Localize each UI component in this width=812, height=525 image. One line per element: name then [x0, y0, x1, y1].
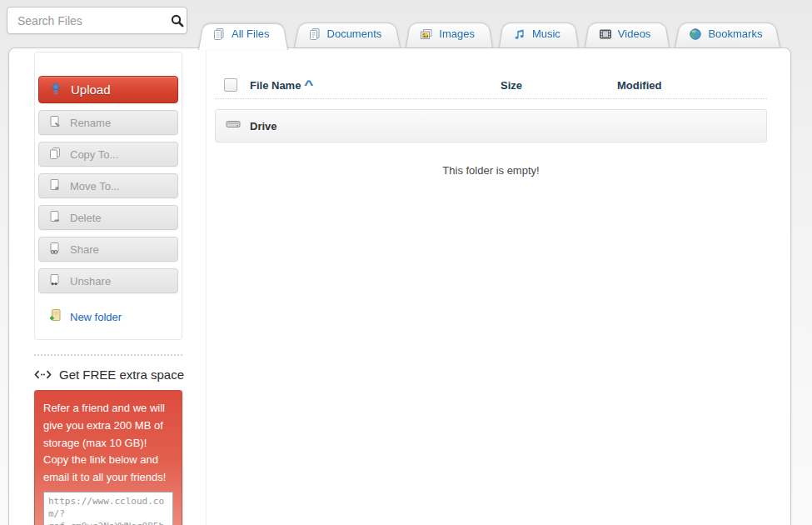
button-label: Move To...: [70, 180, 120, 192]
file-list-header: File Name ^ Size Modified: [215, 74, 790, 96]
tab-label: Documents: [327, 28, 382, 40]
promo-heading: Get FREE extra space: [34, 368, 184, 382]
actions-box: Upload Rename Copy To...: [34, 52, 182, 340]
tab-music[interactable]: Music: [499, 20, 579, 48]
button-label: Share: [70, 243, 99, 256]
upload-button[interactable]: Upload: [38, 76, 178, 103]
tab-bar: All Files Documents Images Music: [198, 20, 786, 48]
delete-button[interactable]: Delete: [38, 205, 178, 230]
documents-icon: [308, 28, 321, 41]
tab-label: Music: [532, 28, 560, 40]
main-panel: Upload Rename Copy To...: [8, 48, 791, 525]
globe-icon: [689, 28, 702, 41]
copy-icon: [48, 147, 62, 162]
column-label: File Name: [250, 79, 301, 92]
copy-to-button[interactable]: Copy To...: [38, 142, 178, 167]
sidebar-divider: [34, 354, 182, 356]
search-icon[interactable]: [170, 13, 185, 28]
header-divider: [215, 98, 767, 99]
promo-text-1: Refer a friend and we will give you extr…: [43, 400, 173, 452]
expand-arrows-icon: [34, 368, 52, 382]
share-button[interactable]: Share: [38, 237, 178, 262]
tab-videos[interactable]: Videos: [585, 20, 670, 48]
button-label: Unshare: [70, 275, 111, 288]
videos-icon: [599, 28, 612, 41]
tab-label: Videos: [618, 28, 651, 40]
breadcrumb-drive[interactable]: Drive: [215, 109, 767, 142]
promo-text-2: Copy the link below and email it to all …: [43, 452, 173, 487]
unshare-button[interactable]: Unshare: [38, 268, 178, 293]
tab-label: Bookmarks: [708, 28, 762, 40]
sidebar: Upload Rename Copy To...: [9, 48, 207, 525]
move-icon: [48, 178, 62, 194]
rename-button[interactable]: Rename: [38, 110, 178, 135]
upload-arrow-icon: [49, 82, 62, 98]
sort-asc-icon: ^: [305, 78, 314, 92]
referral-promo-box: Refer a friend and we will give you extr…: [34, 390, 182, 525]
button-label: Rename: [70, 117, 111, 129]
all-files-icon: [212, 28, 226, 41]
select-all-checkbox[interactable]: [224, 78, 237, 92]
promo-heading-label: Get FREE extra space: [59, 368, 184, 382]
tab-bookmarks[interactable]: Bookmarks: [675, 20, 780, 48]
search-box: [7, 7, 187, 34]
share-icon: [48, 242, 62, 258]
referral-link-field[interactable]: https://www.ccloud.com/?ref=cm9yc2NoYWNo…: [43, 492, 173, 525]
new-folder-icon: [48, 308, 62, 326]
unshare-icon: [48, 273, 62, 289]
rename-icon: [48, 115, 62, 131]
column-file-name[interactable]: File Name ^: [250, 79, 312, 92]
column-size[interactable]: Size: [501, 79, 522, 92]
images-icon: [420, 28, 433, 41]
button-label: Delete: [70, 212, 102, 224]
drive-icon: [226, 118, 241, 133]
app-root: All Files Documents Images Music: [0, 0, 812, 525]
tab-label: Images: [439, 28, 475, 40]
column-modified[interactable]: Modified: [617, 79, 661, 92]
tab-label: All Files: [232, 28, 270, 40]
file-list-area: File Name ^ Size Modified Drive This fol…: [215, 48, 790, 525]
delete-icon: [48, 210, 62, 226]
tab-images[interactable]: Images: [406, 20, 493, 48]
new-folder-link[interactable]: New folder: [48, 308, 178, 326]
upload-label: Upload: [71, 82, 111, 97]
new-folder-label: New folder: [70, 311, 122, 323]
music-note-icon: [513, 28, 526, 41]
tab-documents[interactable]: Documents: [294, 20, 401, 48]
empty-folder-message: This folder is empty!: [215, 164, 767, 177]
breadcrumb-label: Drive: [250, 120, 277, 132]
button-label: Copy To...: [70, 148, 118, 161]
move-to-button[interactable]: Move To...: [38, 173, 178, 198]
search-input[interactable]: [16, 13, 170, 28]
tab-all-files[interactable]: All Files: [198, 20, 288, 48]
